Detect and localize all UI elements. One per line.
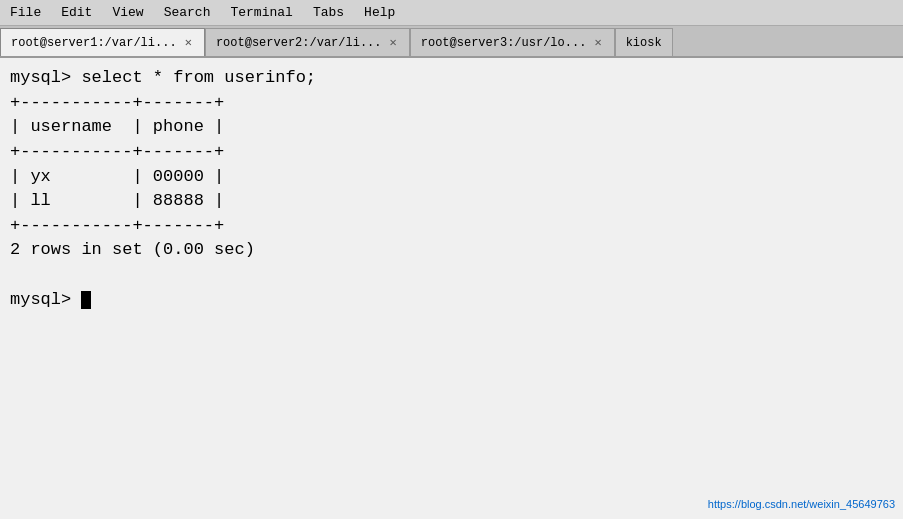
- tabbar: root@server1:/var/li... ✕ root@server2:/…: [0, 26, 903, 58]
- terminal-output: mysql> select * from userinfo; +--------…: [10, 66, 893, 312]
- menu-search[interactable]: Search: [158, 3, 217, 22]
- tab-kiosk[interactable]: kiosk: [615, 28, 673, 56]
- watermark: https://blog.csdn.net/weixin_45649763: [708, 497, 895, 513]
- terminal-cursor: [81, 291, 91, 309]
- tab-server2[interactable]: root@server2:/var/li... ✕: [205, 28, 410, 56]
- tab-server1-label: root@server1:/var/li...: [11, 36, 177, 50]
- tab-kiosk-label: kiosk: [626, 36, 662, 50]
- tab-server2-close[interactable]: ✕: [388, 36, 399, 50]
- menu-tabs[interactable]: Tabs: [307, 3, 350, 22]
- menu-terminal[interactable]: Terminal: [224, 3, 298, 22]
- tab-server1[interactable]: root@server1:/var/li... ✕: [0, 28, 205, 56]
- menu-file[interactable]: File: [4, 3, 47, 22]
- tab-server2-label: root@server2:/var/li...: [216, 36, 382, 50]
- menubar: File Edit View Search Terminal Tabs Help: [0, 0, 903, 26]
- menu-view[interactable]: View: [106, 3, 149, 22]
- tab-server1-close[interactable]: ✕: [183, 36, 194, 50]
- tab-server3[interactable]: root@server3:/usr/lo... ✕: [410, 28, 615, 56]
- terminal-area[interactable]: mysql> select * from userinfo; +--------…: [0, 58, 903, 519]
- menu-help[interactable]: Help: [358, 3, 401, 22]
- tab-server3-close[interactable]: ✕: [592, 36, 603, 50]
- menu-edit[interactable]: Edit: [55, 3, 98, 22]
- tab-server3-label: root@server3:/usr/lo...: [421, 36, 587, 50]
